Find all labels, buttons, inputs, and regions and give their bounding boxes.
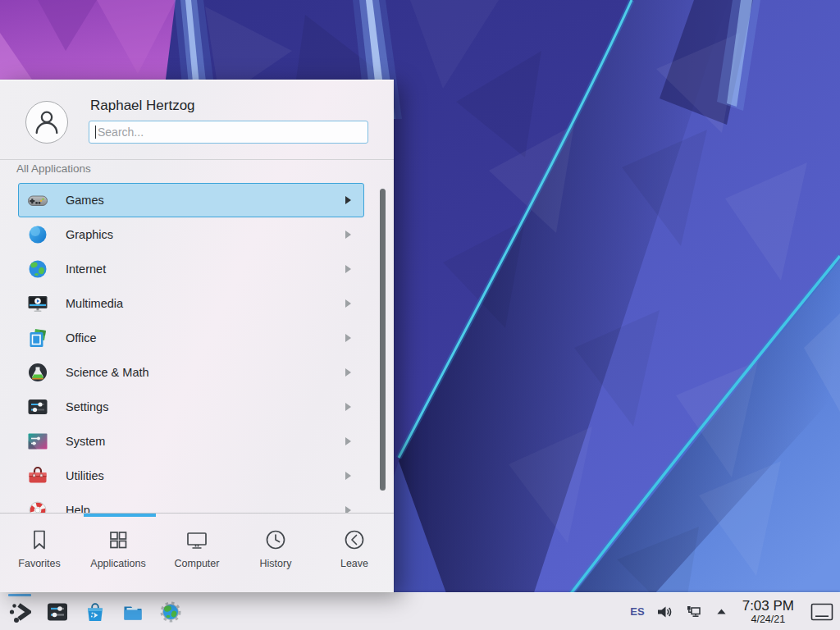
taskbar-app-icons xyxy=(8,600,182,623)
application-launcher-menu: Raphael Hertzog All Applications Games xyxy=(0,80,394,592)
tab-leave[interactable]: Leave xyxy=(315,517,394,592)
system-tray: ES xyxy=(630,603,730,621)
expand-tray-icon xyxy=(714,605,728,619)
tab-applications[interactable]: Applications xyxy=(79,517,158,592)
category-label: Utilities xyxy=(66,469,104,482)
leave-icon xyxy=(342,527,367,552)
show-desktop-button[interactable] xyxy=(810,603,833,621)
submenu-arrow-icon xyxy=(345,196,351,204)
category-system[interactable]: System xyxy=(18,424,364,459)
clock-date: 4/24/21 xyxy=(742,614,794,625)
expand-tray-button[interactable] xyxy=(713,603,731,621)
internet-icon xyxy=(27,258,48,280)
history-icon xyxy=(263,527,288,552)
file-manager-icon xyxy=(121,600,144,623)
category-label: Games xyxy=(66,194,104,207)
tab-label: Leave xyxy=(340,558,368,569)
user-avatar[interactable] xyxy=(25,101,68,144)
clock-time: 7:03 PM xyxy=(742,598,794,614)
submenu-arrow-icon xyxy=(345,506,351,513)
text-caret xyxy=(95,126,96,139)
category-list: Games Graphics Internet xyxy=(0,183,394,513)
category-utilities[interactable]: Utilities xyxy=(18,459,364,493)
submenu-arrow-icon xyxy=(345,437,351,445)
tab-label: Computer xyxy=(175,558,220,569)
graphics-icon xyxy=(27,224,48,245)
help-icon xyxy=(27,500,48,513)
show-desktop-icon xyxy=(810,603,833,621)
submenu-arrow-icon xyxy=(345,231,351,239)
volume-icon xyxy=(655,604,673,620)
applications-icon xyxy=(106,527,130,552)
settings-icon xyxy=(27,396,48,418)
category-label: Office xyxy=(66,331,97,345)
games-icon xyxy=(27,189,48,211)
volume-button[interactable] xyxy=(655,603,673,621)
computer-icon xyxy=(185,527,209,552)
search-input[interactable] xyxy=(89,121,368,144)
tab-label: Applications xyxy=(90,558,145,569)
launcher-tabbar: Favorites Applications Computer xyxy=(0,517,394,592)
app-launcher-button[interactable] xyxy=(8,600,31,623)
category-label: Settings xyxy=(66,400,108,413)
category-graphics[interactable]: Graphics xyxy=(18,217,364,252)
category-office[interactable]: Office xyxy=(18,321,364,355)
category-games[interactable]: Games xyxy=(18,183,364,217)
web-browser-icon xyxy=(159,600,182,623)
wired-network-icon xyxy=(684,604,702,620)
tab-history[interactable]: History xyxy=(236,517,315,592)
system-settings-icon xyxy=(46,600,69,623)
category-label: Help xyxy=(66,504,90,513)
taskbar: ES 7:03 PM 4/24/21 xyxy=(0,592,840,630)
submenu-arrow-icon xyxy=(345,299,351,308)
multimedia-icon xyxy=(27,293,48,314)
submenu-arrow-icon xyxy=(345,472,351,480)
section-label: All Applications xyxy=(16,162,91,175)
scrollbar[interactable] xyxy=(380,189,386,491)
header-separator xyxy=(0,159,394,160)
category-science-math[interactable]: Science & Math xyxy=(18,355,364,390)
category-label: Multimedia xyxy=(66,297,123,310)
tab-label: Favorites xyxy=(18,558,60,569)
science-icon xyxy=(27,362,48,383)
submenu-arrow-icon xyxy=(345,403,351,411)
system-settings-button[interactable] xyxy=(46,600,69,623)
user-icon xyxy=(30,106,63,139)
submenu-arrow-icon xyxy=(345,334,351,342)
file-manager-button[interactable] xyxy=(121,600,144,623)
office-icon xyxy=(27,327,48,349)
user-name: Raphael Hertzog xyxy=(90,98,195,114)
keyboard-layout-indicator[interactable]: ES xyxy=(630,605,644,618)
submenu-arrow-icon xyxy=(345,368,351,377)
active-launcher-indicator xyxy=(8,594,31,596)
category-internet[interactable]: Internet xyxy=(18,252,364,286)
category-label: System xyxy=(66,435,105,448)
discover-button[interactable] xyxy=(84,600,107,623)
submenu-arrow-icon xyxy=(345,265,351,273)
category-settings[interactable]: Settings xyxy=(18,390,364,424)
tabbar-separator xyxy=(0,513,394,514)
search-field[interactable] xyxy=(89,121,368,144)
app-launcher-icon xyxy=(8,600,31,623)
discover-icon xyxy=(84,600,107,623)
category-multimedia[interactable]: Multimedia xyxy=(18,286,364,321)
network-button[interactable] xyxy=(684,603,702,621)
web-browser-button[interactable] xyxy=(159,600,182,623)
category-help[interactable]: Help xyxy=(18,493,364,513)
utilities-icon xyxy=(27,465,48,486)
tab-label: History xyxy=(260,558,292,569)
category-label: Graphics xyxy=(66,228,113,241)
clock[interactable]: 7:03 PM 4/24/21 xyxy=(742,598,794,625)
system-icon xyxy=(27,431,48,452)
favorites-icon xyxy=(27,527,52,552)
tab-favorites[interactable]: Favorites xyxy=(0,517,79,592)
category-label: Internet xyxy=(66,262,106,276)
category-label: Science & Math xyxy=(66,366,149,379)
tab-computer[interactable]: Computer xyxy=(158,517,236,592)
